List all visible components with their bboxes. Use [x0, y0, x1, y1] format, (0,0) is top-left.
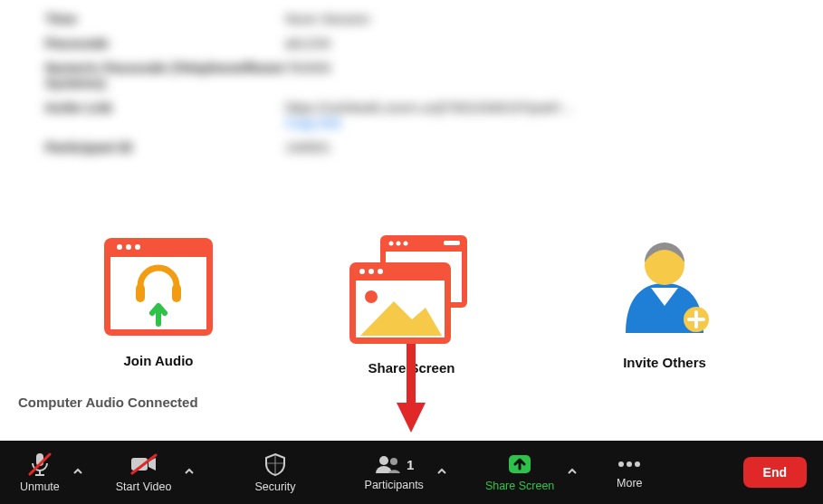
svg-rect-5: [136, 284, 145, 302]
svg-point-11: [403, 242, 407, 246]
invite-others-icon: [606, 233, 723, 342]
chevron-up-icon: [436, 466, 447, 477]
invite-others-tile[interactable]: Invite Others: [551, 233, 778, 376]
info-value: ab1234: [285, 35, 330, 51]
chevron-up-icon: [184, 466, 195, 477]
start-video-label: Start Video: [116, 480, 172, 493]
audio-status-text: Computer Audio Connected: [18, 395, 198, 410]
info-label: Time: [45, 11, 285, 26]
annotation-arrow-icon: [393, 344, 429, 434]
svg-point-17: [378, 269, 383, 274]
info-label: Passcode: [45, 35, 285, 51]
meeting-toolbar: Unmute Start Video Security: [0, 441, 823, 504]
share-screen-toolbar-icon: [506, 452, 533, 476]
svg-point-31: [379, 456, 388, 465]
svg-rect-12: [444, 241, 460, 245]
info-value: https://us04web.zoom.us/j/7831034019?pwd…: [285, 100, 573, 115]
svg-rect-6: [172, 284, 181, 302]
share-screen-toolbar-label: Share Screen: [485, 480, 554, 492]
more-button[interactable]: More: [608, 455, 650, 490]
svg-point-16: [368, 269, 374, 274]
unmute-label: Unmute: [20, 480, 60, 493]
svg-point-36: [635, 461, 640, 467]
end-meeting-button[interactable]: End: [743, 457, 807, 488]
svg-point-15: [359, 269, 365, 274]
more-label: More: [617, 477, 642, 490]
svg-point-10: [396, 242, 400, 246]
info-label: Participant ID: [45, 139, 285, 155]
svg-point-35: [627, 461, 632, 467]
svg-marker-23: [397, 403, 426, 433]
security-label: Security: [254, 480, 295, 493]
svg-point-34: [618, 461, 624, 467]
copy-link[interactable]: Copy link: [285, 115, 341, 130]
svg-point-18: [365, 290, 378, 303]
security-button[interactable]: Security: [247, 452, 302, 493]
video-options-chevron[interactable]: [178, 466, 200, 480]
svg-point-3: [126, 244, 131, 250]
audio-options-chevron[interactable]: [67, 466, 89, 480]
start-video-button[interactable]: Start Video: [109, 452, 179, 493]
participants-options-chevron[interactable]: [431, 466, 453, 480]
meeting-info-panel: TimeNoon Session Passcodeab1234 Numeric …: [0, 0, 823, 155]
info-label: Invite Link: [45, 100, 285, 130]
svg-point-9: [388, 242, 393, 246]
join-audio-label: Join Audio: [124, 353, 194, 368]
chevron-up-icon: [567, 466, 578, 477]
participants-count: 1: [407, 457, 414, 472]
microphone-muted-icon: [26, 452, 53, 477]
video-off-icon: [129, 452, 159, 477]
invite-others-label: Invite Others: [623, 355, 706, 370]
chevron-up-icon: [72, 466, 83, 477]
unmute-button[interactable]: Unmute: [13, 452, 67, 493]
share-options-chevron[interactable]: [561, 466, 583, 480]
participants-button[interactable]: 1 Participants: [358, 453, 431, 491]
more-dots-icon: [616, 455, 643, 473]
info-value: 783456: [285, 60, 330, 90]
svg-point-4: [135, 244, 140, 250]
participants-icon: [374, 453, 401, 475]
share-screen-icon: [344, 233, 480, 347]
info-label: Numeric Passcode (Telephone/Room Systems…: [45, 60, 285, 90]
participants-label: Participants: [365, 479, 424, 491]
info-value: Noon Session: [285, 11, 369, 26]
join-audio-tile[interactable]: Join Audio: [45, 233, 272, 376]
info-value: 140001: [285, 139, 330, 155]
svg-point-2: [117, 244, 122, 250]
join-audio-icon: [100, 233, 217, 340]
shield-icon: [263, 452, 288, 477]
svg-point-32: [390, 458, 397, 465]
share-screen-button[interactable]: Share Screen: [478, 452, 561, 492]
